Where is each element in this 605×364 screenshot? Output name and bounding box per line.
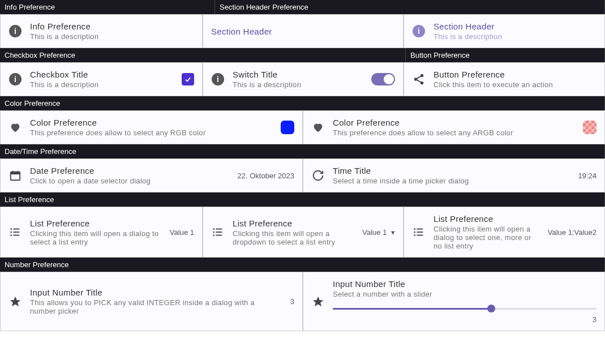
share-icon <box>412 72 426 86</box>
list-icon <box>412 225 426 239</box>
list1-title: List Preference <box>30 219 162 228</box>
number-picker-item[interactable]: Input Number Title This allows you to PI… <box>0 272 303 331</box>
svg-point-13 <box>213 228 214 230</box>
date-value: 22. Oktober 2023 <box>238 172 294 180</box>
info-icon: i <box>8 72 22 86</box>
svg-rect-23 <box>417 232 423 233</box>
header-section: Section Header Preference <box>215 0 605 14</box>
info-title: Info Preference <box>30 22 194 31</box>
num2-value: 3 <box>333 315 597 324</box>
calendar-icon <box>8 169 22 182</box>
info-desc: This is a description <box>30 32 194 41</box>
num1-title: Input Number Title <box>30 288 282 297</box>
header-info: Info Preference <box>0 0 215 14</box>
svg-point-1 <box>414 78 418 81</box>
svg-point-19 <box>414 228 415 230</box>
list-preference-item-1[interactable]: List Preference Clicking this item will … <box>0 207 203 258</box>
refresh-icon <box>311 169 325 182</box>
info-preference-item[interactable]: i Info Preference This is a description <box>0 14 203 48</box>
num2-title: Input Number Title <box>333 279 597 289</box>
color-argb-title: Color Preference <box>333 118 575 127</box>
switch-preference-item[interactable]: i Switch Title This is a description <box>203 62 404 96</box>
star-icon <box>8 295 22 309</box>
color-argb-desc: This preference does allow to select any… <box>333 129 575 137</box>
button-pref-title: Button Preference <box>434 70 597 79</box>
date-preference-item[interactable]: Date Preference Click to open a date sel… <box>0 159 303 192</box>
num2-desc: Select a number with a slider <box>333 290 597 298</box>
color-rgb-desc: This preference does allow to select any… <box>30 129 273 137</box>
info-icon: i <box>8 24 22 38</box>
chevron-down-icon: ▾ <box>391 228 395 237</box>
section-header-item-1: Section Header <box>203 14 404 48</box>
list1-value: Value 1 <box>170 228 194 237</box>
svg-rect-22 <box>417 229 423 230</box>
color-argb-item[interactable]: Color Preference This preference does al… <box>303 110 605 144</box>
checkbox-title: Checkbox Title <box>30 70 174 79</box>
checkbox-desc: This is a description <box>30 80 174 89</box>
list-preference-item-2[interactable]: List Preference Clicking this item will … <box>203 207 404 258</box>
checkbox-preference-item[interactable]: i Checkbox Title This is a description <box>0 62 203 96</box>
list2-desc: Clicking this item will open a dropdown … <box>233 229 354 246</box>
switch-title: Switch Title <box>233 70 363 79</box>
color-rgb-title: Color Preference <box>30 118 273 127</box>
svg-rect-24 <box>417 235 423 236</box>
svg-point-7 <box>10 228 12 230</box>
svg-point-9 <box>10 234 12 236</box>
svg-point-15 <box>213 234 214 236</box>
section-header-2-desc: This is a description <box>434 32 597 41</box>
header-button: Button Preference <box>406 48 605 62</box>
star-icon <box>311 295 325 309</box>
heart-icon <box>311 121 325 134</box>
svg-marker-26 <box>313 297 323 306</box>
svg-point-21 <box>414 234 415 236</box>
svg-rect-17 <box>216 232 222 233</box>
checkbox-control[interactable] <box>182 73 194 85</box>
date-desc: Click to open a date selector dialog <box>30 177 230 185</box>
section-header-row-list: List Preference <box>0 192 605 207</box>
heart-icon <box>8 121 22 134</box>
list2-title: List Preference <box>233 219 354 228</box>
svg-rect-16 <box>216 229 222 230</box>
section-header-row-datetime: Date/Time Preference <box>0 144 605 159</box>
list-icon <box>8 225 22 239</box>
svg-point-14 <box>213 232 214 233</box>
button-pref-desc: Click this item to execute an action <box>434 80 597 89</box>
number-slider[interactable] <box>333 303 597 314</box>
section-header-1-title: Section Header <box>211 27 395 36</box>
section-header-row-color: Color Preference <box>0 96 605 110</box>
svg-rect-18 <box>216 235 222 236</box>
num1-value: 3 <box>290 297 294 306</box>
header-datetime: Date/Time Preference <box>0 144 605 159</box>
list3-title: List Preference <box>434 214 540 224</box>
svg-point-2 <box>421 82 424 85</box>
time-value: 19:24 <box>578 172 597 180</box>
color-rgb-item[interactable]: Color Preference This preference does al… <box>0 110 303 144</box>
number-slider-item[interactable]: Input Number Title Select a number with … <box>303 272 605 331</box>
time-title: Time Title <box>333 166 570 175</box>
info-icon: i <box>211 72 225 86</box>
header-color: Color Preference <box>0 96 605 110</box>
section-header-2-title: Section Header <box>434 22 597 31</box>
color-swatch-argb[interactable] <box>583 121 597 134</box>
svg-rect-4 <box>11 172 20 175</box>
date-title: Date Preference <box>30 166 230 175</box>
header-number: Number Preference <box>0 258 605 272</box>
section-header-row-2: Checkbox Preference Button Preference <box>0 48 605 62</box>
list1-desc: Clicking this item will open a dialog to… <box>30 229 162 246</box>
svg-point-20 <box>414 232 415 233</box>
button-preference-item[interactable]: Button Preference Click this item to exe… <box>404 62 605 96</box>
switch-control[interactable] <box>371 73 395 85</box>
header-checkbox: Checkbox Preference <box>0 48 406 62</box>
num1-desc: This allows you to PICK any valid INTEGE… <box>30 298 282 315</box>
list3-desc: Clicking this item will open a dialog to… <box>434 225 540 250</box>
info-icon: i <box>412 24 426 38</box>
color-swatch-rgb[interactable] <box>281 121 294 134</box>
svg-rect-12 <box>13 235 19 236</box>
section-header-row-1: Info Preference Section Header Preferenc… <box>0 0 605 14</box>
svg-rect-11 <box>13 232 19 233</box>
time-preference-item[interactable]: Time Title Select a time inside a time p… <box>303 159 605 192</box>
list-preference-item-3[interactable]: List Preference Clicking this item will … <box>404 207 605 258</box>
list2-value: Value 1 ▾ <box>362 228 395 237</box>
switch-desc: This is a description <box>233 80 363 89</box>
section-header-row-number: Number Preference <box>0 258 605 272</box>
